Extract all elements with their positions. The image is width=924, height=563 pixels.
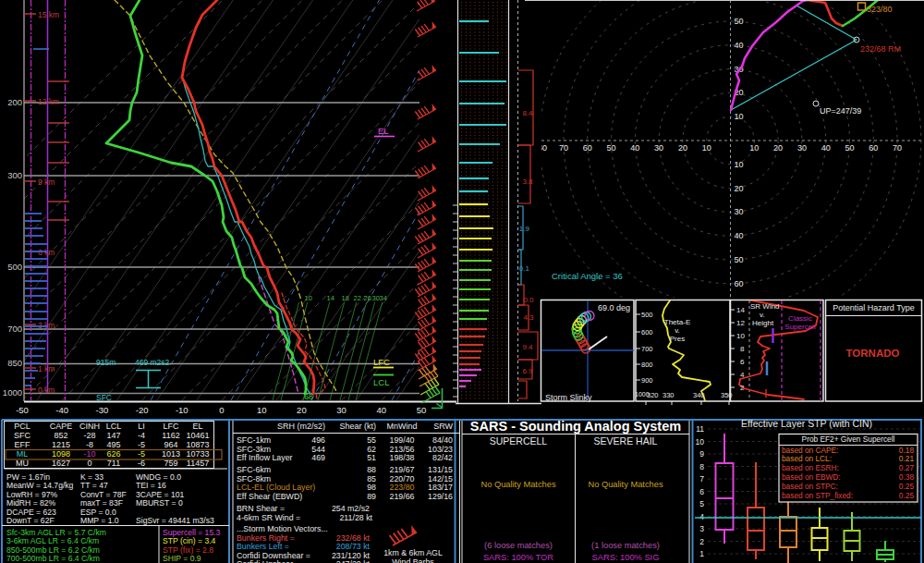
svg-text:69.0 deg: 69.0 deg bbox=[598, 303, 630, 312]
svg-text:213/56: 213/56 bbox=[390, 445, 415, 454]
svg-text:964: 964 bbox=[164, 440, 177, 449]
svg-text:14: 14 bbox=[326, 294, 334, 302]
svg-text:EL: EL bbox=[378, 126, 389, 136]
svg-text:142/15: 142/15 bbox=[428, 474, 453, 483]
svg-text:18: 18 bbox=[341, 294, 348, 302]
svg-text:68: 68 bbox=[304, 392, 313, 401]
svg-text:50: 50 bbox=[606, 143, 615, 153]
svg-text:20: 20 bbox=[678, 143, 687, 153]
svg-text:10: 10 bbox=[735, 160, 744, 169]
svg-text:900: 900 bbox=[641, 376, 653, 385]
svg-text:70: 70 bbox=[559, 143, 568, 153]
svg-text:-30: -30 bbox=[96, 405, 109, 415]
svg-text:-28: -28 bbox=[83, 431, 95, 440]
svg-text:50: 50 bbox=[417, 405, 427, 415]
svg-text:20: 20 bbox=[297, 405, 307, 415]
svg-text:852: 852 bbox=[54, 431, 67, 440]
svg-text:8: 8 bbox=[699, 462, 704, 471]
svg-text:SFC: SFC bbox=[14, 431, 31, 440]
svg-text:700: 700 bbox=[641, 345, 653, 353]
svg-text:5: 5 bbox=[699, 499, 704, 508]
svg-text:-40: -40 bbox=[55, 405, 68, 415]
svg-text:60: 60 bbox=[735, 279, 744, 288]
svg-text:-4: -4 bbox=[138, 431, 145, 440]
svg-text:Corfidi Downshear =: Corfidi Downshear = bbox=[237, 551, 310, 560]
svg-text:232/68 kt: 232/68 kt bbox=[336, 533, 371, 543]
svg-text:-50: -50 bbox=[16, 405, 29, 415]
svg-text:Potential Hazard Type: Potential Hazard Type bbox=[833, 303, 914, 312]
svg-text:98: 98 bbox=[367, 483, 376, 492]
svg-text:SARS: 100% TOR: SARS: 100% TOR bbox=[483, 553, 553, 562]
svg-text:0: 0 bbox=[219, 405, 224, 415]
svg-text:60: 60 bbox=[869, 143, 878, 153]
svg-text:9: 9 bbox=[699, 449, 704, 459]
svg-text:9.4: 9.4 bbox=[522, 343, 533, 351]
svg-text:219/67: 219/67 bbox=[390, 465, 415, 474]
svg-text:0.21: 0.21 bbox=[899, 454, 915, 463]
svg-text:Eff Inflow Layer: Eff Inflow Layer bbox=[237, 453, 293, 462]
svg-text:SRW: SRW bbox=[433, 422, 453, 431]
svg-text:0.0: 0.0 bbox=[523, 296, 534, 304]
svg-text:based on LCL:: based on LCL: bbox=[782, 454, 832, 463]
svg-text:EFF: EFF bbox=[15, 440, 31, 449]
svg-text:62: 62 bbox=[367, 445, 376, 454]
svg-text:MnWind: MnWind bbox=[386, 422, 417, 431]
svg-text:300: 300 bbox=[7, 170, 22, 180]
svg-text:711: 711 bbox=[107, 459, 120, 468]
svg-text:Height: Height bbox=[752, 319, 774, 327]
svg-text:3.8: 3.8 bbox=[522, 177, 533, 186]
svg-text:3 km: 3 km bbox=[38, 321, 55, 330]
svg-text:850-500mb LR = 6.2 C/km: 850-500mb LR = 6.2 C/km bbox=[6, 545, 100, 555]
svg-text:88: 88 bbox=[367, 465, 376, 474]
svg-text:220/70: 220/70 bbox=[390, 474, 415, 483]
svg-text:30: 30 bbox=[797, 143, 807, 153]
svg-text:4: 4 bbox=[699, 512, 704, 521]
svg-text:30: 30 bbox=[654, 143, 663, 153]
svg-text:BRN Shear =: BRN Shear = bbox=[237, 504, 285, 513]
svg-text:No Quality Matches: No Quality Matches bbox=[480, 480, 555, 489]
svg-text:4.3: 4.3 bbox=[523, 313, 534, 322]
svg-text:Shear (kt): Shear (kt) bbox=[339, 422, 376, 431]
svg-text:20: 20 bbox=[773, 143, 783, 153]
svg-text:LCL: LCL bbox=[373, 377, 389, 387]
svg-text:4-6km SR Wind =: 4-6km SR Wind = bbox=[237, 513, 300, 522]
svg-text:85: 85 bbox=[367, 474, 376, 483]
svg-text:v.: v. bbox=[675, 326, 680, 335]
svg-text:Pres: Pres bbox=[670, 335, 685, 343]
svg-text:SARS - Sounding Analog System: SARS - Sounding Analog System bbox=[470, 419, 681, 434]
svg-text:6.9: 6.9 bbox=[522, 367, 533, 375]
svg-text:30: 30 bbox=[735, 207, 744, 216]
svg-text:LI: LI bbox=[138, 422, 145, 431]
svg-text:SFC-1km: SFC-1km bbox=[237, 435, 271, 445]
svg-text:40: 40 bbox=[735, 231, 744, 240]
svg-text:SARS: 100% SIG: SARS: 100% SIG bbox=[592, 553, 660, 562]
svg-text:340: 340 bbox=[693, 391, 705, 399]
svg-text:3-6km AGL LR = 6.4 C/km: 3-6km AGL LR = 6.4 C/km bbox=[6, 536, 99, 545]
svg-text:50: 50 bbox=[735, 255, 744, 264]
svg-text:8.4: 8.4 bbox=[522, 109, 533, 117]
svg-text:55: 55 bbox=[367, 435, 376, 445]
svg-text:EL: EL bbox=[192, 422, 202, 431]
svg-text:183/17: 183/17 bbox=[428, 483, 453, 492]
svg-text:SUPERCELL: SUPERCELL bbox=[490, 435, 548, 447]
svg-text:(6 loose matches): (6 loose matches) bbox=[484, 541, 553, 550]
svg-text:CAPE: CAPE bbox=[50, 422, 73, 431]
svg-text:850: 850 bbox=[7, 358, 22, 368]
svg-text:7: 7 bbox=[699, 474, 704, 483]
svg-text:211/28 kt: 211/28 kt bbox=[339, 513, 372, 522]
svg-text:-5: -5 bbox=[138, 440, 145, 449]
svg-text:CINH: CINH bbox=[79, 422, 100, 431]
svg-text:30: 30 bbox=[336, 405, 346, 415]
svg-text:500: 500 bbox=[7, 262, 22, 272]
svg-text:1215: 1215 bbox=[52, 440, 70, 449]
svg-text:469 m2s2: 469 m2s2 bbox=[135, 358, 170, 367]
svg-text:SRH (m2/s2): SRH (m2/s2) bbox=[277, 422, 325, 431]
svg-text:0.38: 0.38 bbox=[899, 472, 915, 482]
svg-text:915m: 915m bbox=[96, 358, 116, 367]
svg-text:10873: 10873 bbox=[186, 440, 209, 449]
svg-text:50: 50 bbox=[735, 17, 744, 26]
svg-text:1km & 6km AGL: 1km & 6km AGL bbox=[383, 548, 443, 557]
svg-text:-1.9: -1.9 bbox=[517, 225, 529, 233]
svg-text:LFC: LFC bbox=[163, 422, 179, 431]
svg-text:-6: -6 bbox=[138, 459, 145, 468]
